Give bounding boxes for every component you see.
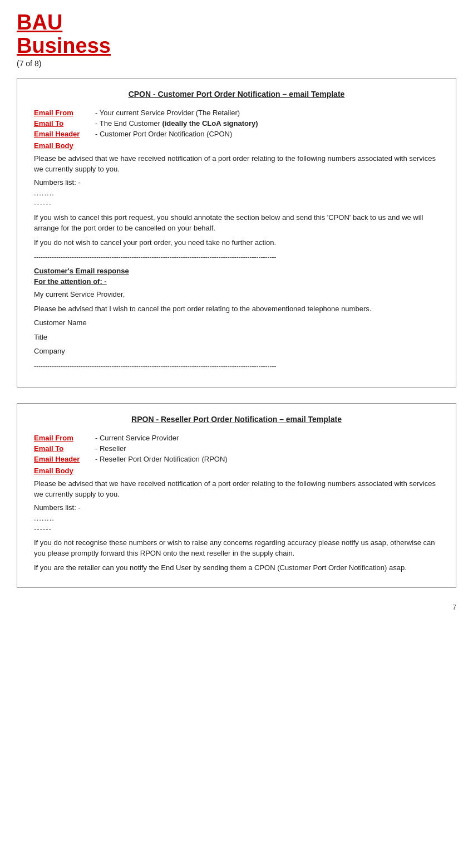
rpon-email-header-value: - Reseller Port Order Notification (RPON… [95, 455, 228, 463]
rpon-dashes: ------ [34, 524, 439, 533]
rpon-email-to-label: Email To [34, 444, 95, 453]
cpon-body-text3: If you do not wish to cancel your port o… [34, 237, 439, 248]
cpon-email-header-value: - Customer Port Order Notification (CPON… [95, 130, 232, 138]
rpon-email-body-label: Email Body [34, 467, 439, 475]
page-ref: (7 of 8) [17, 59, 456, 68]
page-header: BAU Business (7 of 8) [17, 11, 456, 68]
cpon-template-box: CPON - Customer Port Order Notification … [17, 78, 456, 388]
rpon-body-text3: If you are the retailer can you notify t… [34, 562, 439, 573]
business-title: Business [17, 35, 456, 58]
cpon-email-from-label: Email From [34, 109, 95, 117]
cpon-my-service-provider: My current Service Provider, [34, 289, 439, 300]
cpon-separator1: ----------------------------------------… [34, 253, 439, 261]
rpon-title: RPON - Reseller Port Order Notification … [34, 415, 439, 424]
cpon-email-body-label: Email Body [34, 141, 439, 150]
bau-title: BAU [17, 11, 456, 35]
rpon-email-header-label: Email Header [34, 455, 95, 463]
rpon-email-header-row: Email Header - Reseller Port Order Notif… [34, 455, 439, 463]
cpon-dashes: ------ [34, 199, 439, 208]
cpon-email-header-row: Email Header - Customer Port Order Notif… [34, 130, 439, 138]
cpon-email-from-value: - Your current Service Provider (The Ret… [95, 109, 240, 117]
rpon-template-box: RPON - Reseller Port Order Notification … [17, 403, 456, 589]
cpon-email-to-row: Email To - The End Customer (ideally the… [34, 119, 439, 127]
cpon-email-from-row: Email From - Your current Service Provid… [34, 109, 439, 117]
rpon-email-from-row: Email From - Current Service Provider [34, 434, 439, 442]
cpon-customer-name: Customer Name [34, 317, 439, 328]
cpon-body-text2: If you wish to cancel this port request,… [34, 212, 439, 234]
rpon-email-from-value: - Current Service Provider [95, 434, 179, 442]
rpon-email-to-row: Email To - Reseller [34, 444, 439, 453]
cpon-email-header-label: Email Header [34, 130, 95, 138]
page-number: 7 [17, 604, 456, 611]
cpon-email-to-value: - The End Customer (ideally the CLoA sig… [95, 119, 258, 127]
rpon-body-text2: If you do not recognise these numbers or… [34, 537, 439, 559]
cpon-email-to-label: Email To [34, 119, 95, 127]
cpon-company: Company [34, 346, 439, 357]
cpon-please-advised: Please be advised that I wish to cancel … [34, 303, 439, 315]
cpon-body-text1: Please be advised that we have received … [34, 153, 439, 175]
rpon-body-text1: Please be advised that we have received … [34, 478, 439, 500]
cpon-numbers-list: Numbers list: - [34, 178, 439, 187]
customer-response-label: Customer's Email response [34, 267, 439, 275]
cpon-title: CPON - Customer Port Order Notification … [34, 90, 439, 99]
rpon-dots: ........ [34, 514, 439, 522]
rpon-email-to-value: - Reseller [95, 444, 126, 453]
cpon-dots: ........ [34, 189, 439, 197]
rpon-email-from-label: Email From [34, 434, 95, 442]
cpon-separator2: ----------------------------------------… [34, 362, 439, 370]
cpon-title-field: Title [34, 332, 439, 343]
for-attention-label: For the attention of: - [34, 277, 439, 286]
rpon-numbers-list: Numbers list: - [34, 503, 439, 512]
